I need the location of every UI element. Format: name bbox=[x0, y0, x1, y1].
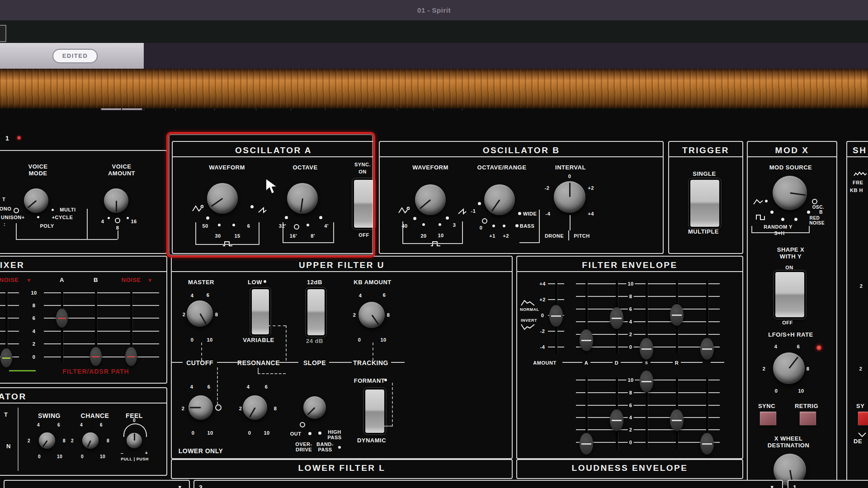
lenv-a-slider[interactable] bbox=[580, 433, 593, 455]
osc-b-octave-knob[interactable] bbox=[484, 184, 515, 215]
bottom-dropdown-2[interactable]: 3 ▼ bbox=[193, 480, 783, 488]
lenv-d-slider[interactable] bbox=[610, 409, 623, 431]
window-titlebar[interactable]: 01 - Spirit bbox=[0, 0, 868, 21]
amount-scale: -4 bbox=[540, 344, 545, 350]
x-wheel-label2: DESTINATION bbox=[768, 442, 810, 449]
dropdown-arrow[interactable]: ▼ bbox=[26, 277, 31, 283]
env-scale: 10 bbox=[626, 377, 635, 383]
tick-dot bbox=[515, 224, 519, 227]
cut-fragment-n: N bbox=[6, 443, 11, 450]
osc-b-int-p2: +2 bbox=[588, 185, 594, 191]
scale-6: 6 bbox=[207, 292, 210, 298]
bottom-dropdown-3[interactable]: 1 bbox=[788, 480, 868, 488]
chance-knob[interactable] bbox=[82, 432, 99, 449]
connector-node bbox=[215, 404, 222, 411]
osc-b-waveform-knob[interactable] bbox=[415, 184, 446, 215]
mod-source-label: MOD SOURCE bbox=[769, 164, 812, 171]
cut-sync-button[interactable] bbox=[857, 411, 868, 426]
cut-fragment-t: T bbox=[4, 412, 8, 418]
voice-mode-cycle: +CYCLE bbox=[52, 215, 73, 221]
upper-filter-title: UPPER FILTER U bbox=[299, 260, 385, 270]
mod-x-header: MOD X bbox=[748, 142, 836, 157]
mod-x-panel: MOD X MOD SOURCE RANDOM Y S+H OSC. B RED… bbox=[747, 141, 837, 488]
trigger-switch[interactable] bbox=[689, 178, 721, 228]
voice-amount-knob[interactable] bbox=[104, 188, 128, 213]
mixer-scale-10: 10 bbox=[31, 290, 37, 296]
random-wave-icon bbox=[854, 171, 867, 177]
lenv-extra-slider[interactable] bbox=[700, 433, 714, 455]
mod-oscb-label2: B bbox=[819, 210, 823, 215]
env-scale: 8 bbox=[628, 390, 634, 396]
tick-dot bbox=[37, 216, 39, 218]
divider-line bbox=[18, 408, 19, 471]
mod-x-title: MOD X bbox=[775, 145, 809, 155]
swing-label: SWING bbox=[38, 412, 61, 419]
overdrive-label2: DRIVE bbox=[296, 447, 312, 453]
fenv-a-slider[interactable] bbox=[580, 329, 593, 351]
scale-2: 2 bbox=[353, 312, 356, 318]
bracket-line bbox=[568, 230, 569, 240]
dropdown-arrow[interactable]: ▼ bbox=[147, 277, 152, 283]
env-scale: 0 bbox=[628, 440, 634, 446]
shape-y-header: SH bbox=[847, 142, 868, 157]
env-scale: 10 bbox=[626, 281, 635, 287]
retrig-button[interactable] bbox=[799, 411, 817, 426]
voice-mode-knob[interactable] bbox=[24, 188, 48, 213]
tracking-switch[interactable] bbox=[364, 388, 386, 434]
tick-dot bbox=[384, 379, 387, 381]
fenv-s-slider[interactable] bbox=[640, 338, 653, 360]
lfo-rate-knob[interactable] bbox=[773, 352, 805, 384]
fenv-a-label: A bbox=[585, 360, 588, 366]
tick-dot bbox=[413, 217, 416, 220]
resonance-mode-switch[interactable] bbox=[250, 288, 270, 336]
panel-tab-number[interactable]: 1 bbox=[5, 135, 9, 142]
bottom-dropdown-1[interactable]: ▼ bbox=[4, 480, 190, 488]
shape-x-switch[interactable] bbox=[774, 271, 806, 319]
swing-knob[interactable] bbox=[39, 432, 55, 449]
triangle-wave-icon bbox=[753, 198, 765, 206]
tick-dot bbox=[446, 216, 449, 220]
mixer-noise-slider[interactable] bbox=[125, 347, 137, 366]
lenv-s-slider[interactable] bbox=[640, 371, 653, 392]
mixer-noise-left-slider[interactable] bbox=[0, 348, 12, 367]
lower-slope-knob[interactable] bbox=[303, 396, 326, 419]
cut-scale-2b: 2 bbox=[859, 366, 863, 372]
scale-10: 10 bbox=[264, 430, 269, 436]
green-indicator bbox=[9, 370, 36, 371]
mixer-path-label: FILTER/ADSR PATH bbox=[62, 368, 129, 375]
scale-4: 4 bbox=[190, 384, 193, 390]
feel-plus: + bbox=[145, 450, 148, 456]
tick-dot bbox=[770, 211, 774, 214]
mod-source-knob[interactable] bbox=[773, 176, 807, 210]
scale-8: 8 bbox=[387, 312, 390, 318]
fenv-r-slider[interactable] bbox=[670, 304, 684, 326]
master-knob[interactable] bbox=[187, 300, 213, 327]
filter-envelope-header: FILTER ENVELOPE bbox=[517, 257, 742, 272]
lenv-r-slider[interactable] bbox=[670, 409, 684, 431]
fenv-d-slider[interactable] bbox=[610, 307, 623, 329]
bandpass-label2: PASS bbox=[318, 447, 332, 453]
scale-2: 2 bbox=[239, 406, 242, 412]
lower-resonance-knob[interactable] bbox=[243, 395, 267, 420]
variable-label: VARIABLE bbox=[243, 337, 274, 344]
amount-scale: +2 bbox=[539, 297, 546, 303]
osc-b-interval-knob[interactable] bbox=[554, 181, 585, 213]
env-scale: 4 bbox=[628, 415, 634, 421]
kb-amount-knob[interactable] bbox=[359, 302, 385, 328]
mixer-a-slider[interactable] bbox=[56, 309, 68, 328]
fenv-s-label: S bbox=[645, 361, 648, 365]
slope-db-switch[interactable] bbox=[306, 288, 326, 337]
feel-knob[interactable] bbox=[127, 433, 142, 448]
fenv-amount-slider[interactable] bbox=[549, 305, 563, 327]
osc-b-pitch: PITCH bbox=[574, 233, 590, 239]
mixer-scale-4: 4 bbox=[33, 328, 36, 334]
fenv-extra-slider[interactable] bbox=[700, 338, 714, 360]
lower-cutoff-knob[interactable] bbox=[189, 395, 213, 420]
mouse-cursor bbox=[264, 178, 280, 196]
formant-label: FORMANT bbox=[354, 378, 385, 385]
mixer-b-slider[interactable] bbox=[90, 347, 102, 366]
osc-b-int-m2: -2 bbox=[545, 185, 550, 191]
tick-dot bbox=[503, 225, 505, 227]
shape-x-label2: WITH Y bbox=[780, 253, 802, 260]
sync-button[interactable] bbox=[759, 411, 777, 426]
